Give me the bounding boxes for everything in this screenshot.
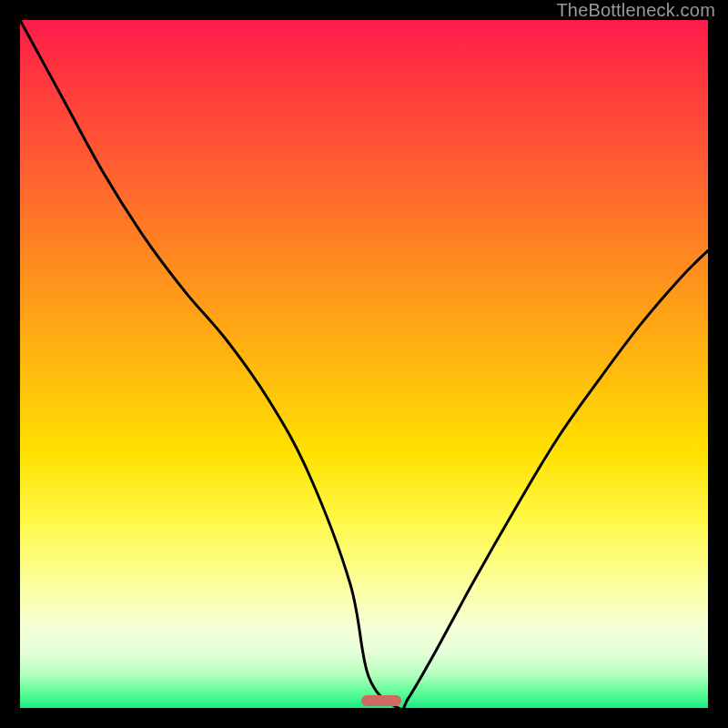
watermark-text: TheBottleneck.com bbox=[556, 0, 715, 21]
curve-path bbox=[20, 20, 708, 708]
plot-area bbox=[20, 20, 708, 708]
trough-marker bbox=[361, 695, 401, 706]
bottleneck-curve bbox=[20, 20, 708, 708]
